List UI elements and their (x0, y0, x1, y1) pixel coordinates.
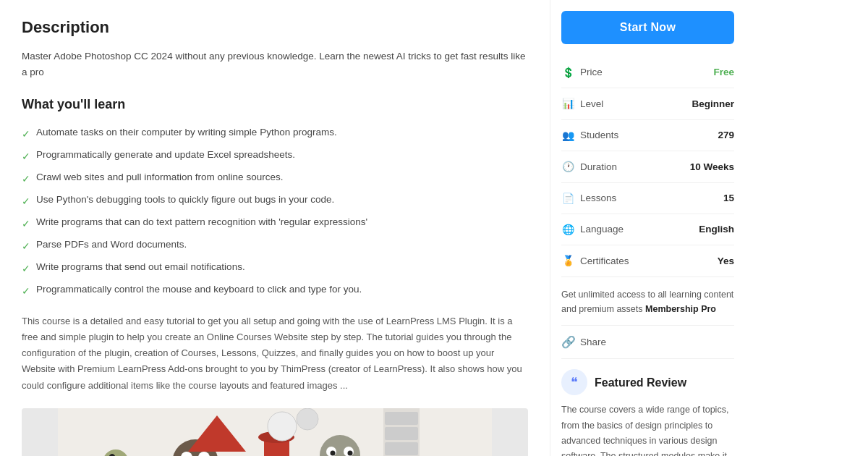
svg-point-28 (331, 450, 336, 455)
lessons-row: 📄 Lessons 15 (561, 183, 734, 214)
duration-row: 🕐 Duration 10 Weeks (561, 151, 734, 182)
check-icon: ✓ (22, 239, 30, 254)
svg-point-31 (268, 412, 297, 441)
price-icon: 💲 (561, 64, 574, 80)
quote-icon: ❝ (571, 372, 578, 393)
language-icon: 🌐 (561, 221, 574, 237)
share-row[interactable]: 🔗 Share (561, 325, 734, 360)
students-label: 👥 Students (561, 127, 618, 143)
level-row: 📊 Level Beginner (561, 88, 734, 119)
share-label: Share (580, 334, 606, 350)
check-icon: ✓ (22, 127, 30, 142)
lessons-value: 15 (723, 190, 734, 206)
list-item: ✓Use Python's debugging tools to quickly… (22, 193, 528, 209)
learn-title: What you'll learn (22, 94, 528, 115)
duration-value: 10 Weeks (690, 159, 734, 175)
featured-review-header: ❝ Featured Review (561, 369, 734, 395)
price-row: 💲 Price Free (561, 57, 734, 88)
check-icon: ✓ (22, 149, 30, 164)
price-value: Free (713, 64, 734, 80)
main-content: Description Master Adobe Photoshop CC 20… (0, 0, 550, 456)
lessons-label: 📄 Lessons (561, 190, 616, 206)
page-container: Description Master Adobe Photoshop CC 20… (0, 0, 868, 456)
language-value: English (699, 221, 734, 237)
check-icon: ✓ (22, 216, 30, 232)
description-title: Description (22, 14, 528, 40)
svg-rect-2 (385, 412, 418, 425)
featured-review-title: Featured Review (595, 373, 686, 392)
description-text: Master Adobe Photoshop CC 2024 without a… (22, 48, 528, 80)
students-row: 👥 Students 279 (561, 120, 734, 151)
svg-point-29 (348, 450, 353, 455)
quote-icon-wrap: ❝ (561, 369, 587, 395)
certificates-row: 🏅 Certificates Yes (561, 245, 734, 276)
svg-rect-4 (385, 442, 418, 455)
price-label: 💲 Price (561, 64, 603, 80)
list-item: ✓Crawl web sites and pull information fr… (22, 170, 528, 187)
language-label: 🌐 Language (561, 221, 624, 237)
featured-review-section: ❝ Featured Review The course covers a wi… (561, 369, 734, 456)
share-icon: 🔗 (561, 333, 576, 352)
course-description: This course is a detailed and easy tutor… (22, 313, 528, 393)
course-image (22, 408, 528, 456)
course-image-svg (22, 408, 528, 456)
list-item: ✓Programmatically control the mouse and … (22, 282, 528, 299)
svg-point-32 (297, 408, 318, 430)
list-item: ✓Automate tasks on their computer by wri… (22, 125, 528, 142)
check-icon: ✓ (22, 261, 30, 276)
level-label: 📊 Level (561, 96, 603, 111)
certificates-label: 🏅 Certificates (561, 253, 629, 269)
list-item: ✓Write programs that send out email noti… (22, 260, 528, 276)
svg-rect-3 (385, 427, 418, 440)
lessons-icon: 📄 (561, 190, 574, 206)
duration-label: 🕐 Duration (561, 159, 617, 174)
level-value: Beginner (692, 96, 734, 112)
list-item: ✓Parse PDFs and Word documents. (22, 237, 528, 254)
check-icon: ✓ (22, 284, 30, 299)
check-icon: ✓ (22, 172, 30, 187)
certificate-icon: 🏅 (561, 253, 574, 269)
language-row: 🌐 Language English (561, 214, 734, 245)
start-now-button[interactable]: Start Now (561, 11, 734, 44)
certificates-value: Yes (718, 253, 734, 269)
sidebar: Start Now 💲 Price Free 📊 Level Beginner … (550, 0, 745, 456)
students-value: 279 (718, 127, 734, 143)
review-text: The course covers a wide range of topics… (561, 402, 734, 456)
level-icon: 📊 (561, 96, 574, 111)
clock-icon: 🕐 (561, 159, 574, 174)
check-icon: ✓ (22, 194, 30, 209)
membership-text: Get unlimited access to all learning con… (561, 287, 734, 316)
list-item: ✓Write programs that can do text pattern… (22, 215, 528, 232)
list-item: ✓Programmatically generate and update Ex… (22, 148, 528, 164)
membership-link[interactable]: Membership Pro (645, 304, 716, 314)
students-icon: 👥 (561, 127, 574, 143)
learn-list: ✓Automate tasks on their computer by wri… (22, 125, 528, 299)
